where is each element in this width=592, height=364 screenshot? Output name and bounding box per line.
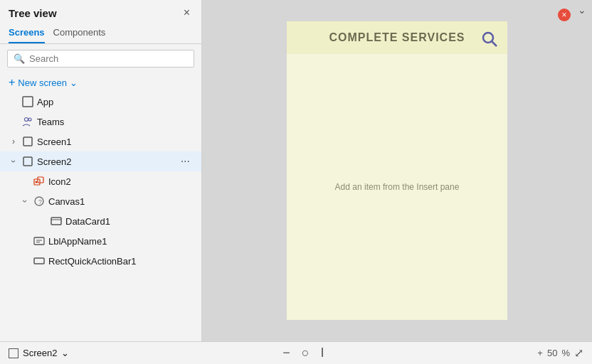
zoom-out-button[interactable]: − (282, 346, 290, 360)
zoom-in-button[interactable]: + (537, 348, 543, 358)
screen1-label: Screen1 (37, 136, 193, 147)
canvas1-label: Canvas1 (48, 196, 193, 207)
tree-item-icon2[interactable]: Icon2 (0, 171, 201, 191)
canvas-controls: × ⌄ (578, 4, 586, 16)
sidebar: Tree view × Screens Components 🔍 + New s… (0, 0, 202, 341)
bottom-left: Screen2 ⌄ (9, 348, 69, 358)
new-screen-label: New screen (18, 77, 67, 88)
teams-label: Teams (37, 117, 193, 127)
circle-icon: ○ (302, 346, 310, 360)
svg-text:?: ? (38, 198, 42, 205)
lblappname1-icon (33, 235, 46, 247)
icon2-icon (33, 175, 46, 188)
tab-components[interactable]: Components (53, 24, 106, 43)
svg-point-2 (28, 118, 31, 121)
app-label: App (37, 97, 193, 107)
bottom-screen-chevron[interactable]: ⌄ (61, 348, 69, 358)
svg-rect-10 (51, 218, 61, 225)
current-screen-label: Screen2 (23, 348, 57, 358)
close-button[interactable]: × (181, 6, 193, 20)
screen2-icon (21, 155, 34, 168)
chevron-screen1: › (9, 136, 18, 146)
zoom-unit: % (561, 348, 570, 358)
plus-icon: + (9, 76, 15, 89)
pipe-icon: I (321, 346, 324, 360)
svg-rect-0 (23, 97, 33, 107)
svg-line-17 (492, 42, 497, 47)
phone-body: Add an item from the Insert pane (335, 54, 460, 320)
svg-rect-3 (23, 137, 32, 146)
search-icon: 🔍 (14, 53, 25, 64)
tab-screens[interactable]: Screens (9, 24, 45, 43)
svg-rect-4 (23, 157, 32, 166)
tree-item-screen2[interactable]: › Screen2 ··· (0, 151, 201, 171)
tree-item-screen1[interactable]: › Screen1 (0, 132, 201, 151)
tree-view: App Teams › Scr (0, 92, 201, 341)
zoom-level: 50 (547, 348, 557, 358)
bottom-bar: Screen2 ⌄ − ○ I + 50 % ⤢ (0, 341, 592, 364)
screen1-icon (21, 135, 34, 148)
new-screen-chevron: ⌄ (70, 77, 78, 88)
tree-item-rectquickactionbar1[interactable]: RectQuickActionBar1 (0, 251, 201, 271)
teams-icon (21, 115, 34, 128)
phone-title: COMPLETE SERVICES (329, 31, 465, 43)
expand-button[interactable]: ⤢ (574, 346, 583, 360)
screen2-context-menu[interactable]: ··· (178, 155, 193, 168)
svg-point-1 (25, 118, 28, 122)
bottom-right: + 50 % ⤢ (537, 346, 583, 360)
rectquickactionbar1-icon (33, 255, 46, 267)
datacard1-label: DataCard1 (65, 216, 193, 227)
sidebar-tabs: Screens Components (0, 24, 201, 44)
phone-frame: COMPLETE SERVICES Add an item from the I… (287, 21, 507, 320)
insert-hint: Add an item from the Insert pane (335, 182, 460, 192)
chevron-canvas1: › (20, 196, 30, 206)
tree-item-canvas1[interactable]: › ? Canvas1 (0, 191, 201, 211)
canvas-close-button[interactable]: × (558, 9, 571, 21)
tree-item-teams[interactable]: Teams (0, 112, 201, 132)
phone-header: COMPLETE SERVICES (287, 21, 507, 54)
tree-item-datacard1[interactable]: DataCard1 (0, 211, 201, 231)
canvas-area: × ⌄ COMPLETE SERVICES Add an item from t… (202, 0, 592, 341)
tree-item-app[interactable]: App (0, 92, 201, 112)
app-icon (21, 95, 34, 108)
phone-search-icon[interactable] (479, 28, 500, 50)
chevron-screen2: › (9, 156, 18, 166)
canvas1-icon: ? (33, 195, 46, 208)
rectquickactionbar1-label: RectQuickActionBar1 (48, 256, 193, 267)
svg-point-16 (483, 33, 493, 43)
screen-square-icon (9, 348, 18, 358)
datacard1-icon (50, 215, 63, 228)
tree-item-lblappname1[interactable]: LblAppName1 (0, 231, 201, 251)
sidebar-title: Tree view (9, 7, 57, 19)
svg-rect-12 (34, 237, 44, 245)
screen2-label: Screen2 (37, 156, 175, 167)
canvas-chevron-icon[interactable]: ⌄ (578, 4, 586, 16)
search-input[interactable] (29, 53, 188, 64)
bottom-center: − ○ I (282, 346, 324, 360)
search-bar: 🔍 (7, 50, 194, 68)
svg-point-7 (36, 181, 38, 183)
svg-rect-15 (34, 258, 44, 264)
svg-rect-6 (38, 177, 43, 183)
icon2-label: Icon2 (48, 176, 193, 187)
lblappname1-label: LblAppName1 (48, 236, 193, 247)
sidebar-header: Tree view × (0, 0, 201, 24)
new-screen-button[interactable]: + New screen ⌄ (0, 73, 201, 92)
